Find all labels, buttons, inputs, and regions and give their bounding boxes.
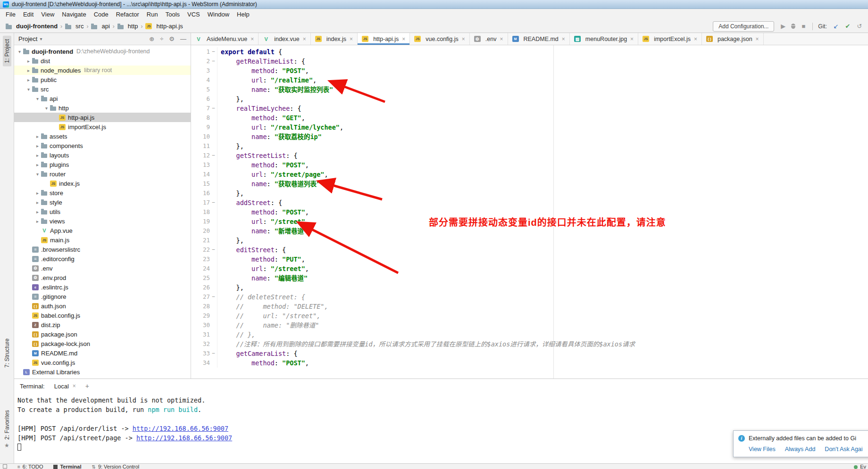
chevron-down-icon[interactable]: ▾ <box>16 49 23 54</box>
menu-tools[interactable]: Tools <box>162 9 184 19</box>
close-icon[interactable]: × <box>73 383 76 389</box>
close-icon[interactable]: × <box>694 36 697 42</box>
editor[interactable]: 1−export default {2− getRealTimeList: {3… <box>191 45 868 378</box>
tree-item-plugins[interactable]: ▸plugins <box>14 160 191 169</box>
tree-item-views[interactable]: ▸views <box>14 216 191 226</box>
tree-item-.editorconfig[interactable]: ≡.editorconfig <box>14 254 191 263</box>
tree-item-store[interactable]: ▸store <box>14 188 191 197</box>
tree-item-dist.zip[interactable]: Zdist.zip <box>14 320 191 329</box>
close-icon[interactable]: × <box>630 36 634 42</box>
fold-marker-icon[interactable]: − <box>210 57 217 66</box>
tree-item-duoji-frontend[interactable]: ▾duoji-frontendD:\zheheWeb\duoji-fronten… <box>14 47 191 56</box>
menu-refactor[interactable]: Refactor <box>112 9 143 19</box>
tree-item-index.js[interactable]: JSindex.js <box>14 179 191 188</box>
fold-marker-icon[interactable]: − <box>210 198 217 207</box>
fold-marker-icon[interactable]: − <box>210 245 217 255</box>
tab-index.js[interactable]: JSindex.js× <box>311 33 358 45</box>
fold-marker-icon[interactable]: − <box>210 47 217 57</box>
tree-item-utils[interactable]: ▸utils <box>14 207 191 216</box>
tree-item-.browserslistrc[interactable]: ≡.browserslistrc <box>14 245 191 254</box>
commit-icon[interactable]: ✔ <box>844 23 851 30</box>
tree-item-http[interactable]: ▾http <box>14 103 191 113</box>
collapse-all-icon[interactable]: ÷ <box>160 35 163 42</box>
tree-item-package.json[interactable]: { }package.json <box>14 329 191 339</box>
todo-tab[interactable]: ≡6: TODO <box>17 464 43 469</box>
chevron-down-icon[interactable]: ▾ <box>25 87 32 92</box>
chevron-down-icon[interactable]: ▾ <box>40 36 42 41</box>
tree-item-babel.config.js[interactable]: JSbabel.config.js <box>14 311 191 320</box>
chevron-right-icon[interactable]: ▸ <box>25 77 32 82</box>
chevron-down-icon[interactable]: ▾ <box>34 96 41 101</box>
breadcrumb-item[interactable]: duoji-frontend <box>5 22 58 31</box>
tree-item-.eslintrc.js[interactable]: e.eslintrc.js <box>14 282 191 292</box>
chevron-down-icon[interactable]: ▾ <box>43 106 50 111</box>
toolwindow-switcher-icon[interactable] <box>3 464 7 469</box>
chevron-right-icon[interactable]: ▸ <box>34 153 41 158</box>
event-log-item[interactable]: Ev <box>854 464 866 469</box>
tree-item-style[interactable]: ▸style <box>14 197 191 207</box>
fold-marker-icon[interactable]: − <box>210 151 217 160</box>
tree-item-.env[interactable]: ⚙.env <box>14 263 191 273</box>
close-icon[interactable]: × <box>303 36 306 42</box>
update-project-icon[interactable]: ↙ <box>832 23 840 30</box>
chevron-right-icon[interactable]: ▸ <box>34 162 41 167</box>
tab-AsideMenu.vue[interactable]: VAsideMenu.vue× <box>191 33 259 45</box>
terminal-tab[interactable]: Terminal <box>53 464 81 469</box>
stripe-structure-button[interactable]: 7: Structure <box>0 338 14 368</box>
menu-view[interactable]: View <box>37 9 58 19</box>
chevron-right-icon[interactable]: ▸ <box>34 209 41 214</box>
locate-file-icon[interactable]: ⊕ <box>149 35 154 42</box>
chevron-right-icon[interactable]: ▸ <box>34 134 41 139</box>
tree-item-auth.json[interactable]: { }auth.json <box>14 301 191 311</box>
breadcrumb-item[interactable]: api <box>90 22 110 31</box>
fold-marker-icon[interactable]: − <box>210 349 217 358</box>
chevron-right-icon[interactable]: ▸ <box>34 200 41 205</box>
breadcrumb-item[interactable]: JShttp-api.js <box>144 22 184 31</box>
close-icon[interactable]: × <box>500 36 503 42</box>
tree-item-importExcel.js[interactable]: JSimportExcel.js <box>14 122 191 132</box>
terminal-link[interactable]: http://192.168.66.56:9007 <box>133 425 228 432</box>
tree-item-main.js[interactable]: JSmain.js <box>14 235 191 245</box>
history-icon[interactable]: ↺ <box>856 23 863 30</box>
tree-item-vue.config.js[interactable]: JSvue.config.js <box>14 358 191 367</box>
tab-package.json[interactable]: { }package.json× <box>702 33 764 45</box>
menu-run[interactable]: Run <box>143 9 162 19</box>
close-icon[interactable]: × <box>402 36 405 42</box>
chevron-right-icon[interactable]: ▸ <box>34 190 41 196</box>
add-configuration-button[interactable]: Add Configuration... <box>713 21 774 32</box>
menu-navigate[interactable]: Navigate <box>58 9 90 19</box>
tree-item-api[interactable]: ▾api <box>14 94 191 103</box>
tree-item-http-api.js[interactable]: JShttp-api.js <box>14 113 191 122</box>
vcs-tab[interactable]: ⇅9: Version Control <box>92 464 139 469</box>
tree-item-package-lock.json[interactable]: { }package-lock.json <box>14 339 191 348</box>
chevron-right-icon[interactable]: ▸ <box>34 143 41 148</box>
new-terminal-icon[interactable]: + <box>85 382 89 390</box>
terminal-link[interactable]: http://192.168.66.56:9007 <box>136 434 232 442</box>
stripe-favorites-button[interactable]: 2: Favorites ★ <box>0 410 14 449</box>
notification-action-view-files[interactable]: View Files <box>749 446 776 453</box>
breadcrumb-item[interactable]: http <box>117 22 139 31</box>
hide-panel-icon[interactable]: — <box>180 35 186 42</box>
menu-file[interactable]: File <box>2 9 19 19</box>
tab-vue.config.js[interactable]: JSvue.config.js× <box>410 33 470 45</box>
tree-item-.env.prod[interactable]: ⚙.env.prod <box>14 273 191 282</box>
tab-index.vue[interactable]: Vindex.vue× <box>259 33 311 45</box>
menu-vcs[interactable]: VCS <box>184 9 204 19</box>
tab-.env[interactable]: ⚙.env× <box>470 33 508 45</box>
tab-http-api.js[interactable]: JShttp-api.js× <box>358 33 410 45</box>
stripe-project-button[interactable]: 1: Project <box>0 36 14 66</box>
stop-icon[interactable]: ■ <box>800 23 807 30</box>
tree-item-assets[interactable]: ▸assets <box>14 132 191 141</box>
tree-item-src[interactable]: ▾src <box>14 84 191 94</box>
breadcrumb-item[interactable]: src <box>64 22 84 31</box>
fold-marker-icon[interactable]: − <box>210 292 217 302</box>
tree-item-.gitignore[interactable]: ≡.gitignore <box>14 292 191 301</box>
tab-menuRouter.jpg[interactable]: ▨menuRouter.jpg× <box>570 33 638 45</box>
close-icon[interactable]: × <box>562 36 565 42</box>
chevron-right-icon[interactable]: ▸ <box>34 219 41 224</box>
menu-edit[interactable]: Edit <box>19 9 37 19</box>
close-icon[interactable]: × <box>250 36 254 42</box>
tree-item-dist[interactable]: ▸dist <box>14 56 191 66</box>
chevron-right-icon[interactable]: ▸ <box>25 68 32 73</box>
fold-marker-icon[interactable]: − <box>210 104 217 113</box>
